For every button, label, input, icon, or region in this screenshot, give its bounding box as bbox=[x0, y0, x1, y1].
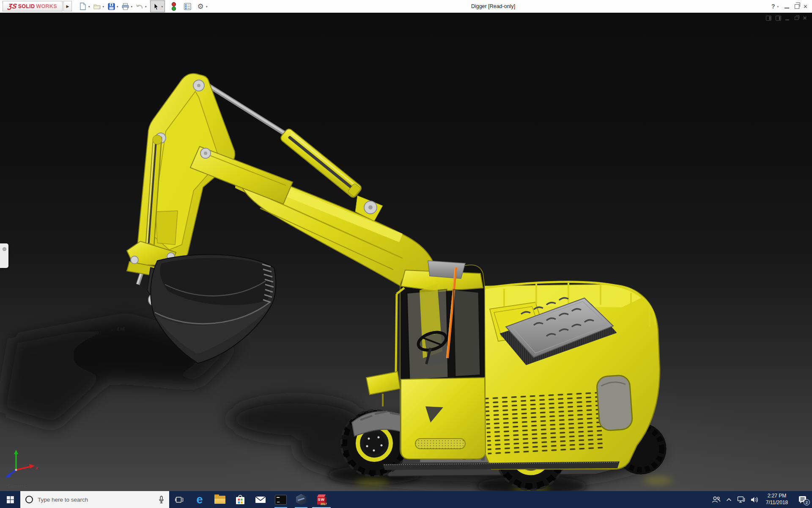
tray-time: 2:27 PM bbox=[760, 493, 793, 500]
solidworks-2017-icon: SW 2017 bbox=[316, 494, 327, 505]
titlebar: ƷS SOLIDWORKS ▶ ▾ ▾ bbox=[0, 0, 812, 13]
select-dropdown-caret[interactable]: ▾ bbox=[162, 5, 163, 8]
gear-icon: ⚙ bbox=[197, 3, 203, 10]
help-button[interactable]: ? bbox=[771, 3, 775, 10]
x-axis-label: x bbox=[35, 465, 38, 470]
brand-name-light: WORKS bbox=[36, 3, 57, 9]
microphone-icon[interactable] bbox=[159, 496, 164, 504]
taskbar-app-solidworks[interactable]: SW 2017 bbox=[311, 491, 332, 508]
open-dropdown-caret[interactable]: ▾ bbox=[103, 5, 104, 8]
doc-close-button[interactable]: ✕ bbox=[803, 16, 807, 21]
brand-name-bold: SOLID bbox=[18, 3, 35, 9]
taskbar-app-edrawings[interactable] bbox=[291, 491, 311, 508]
view-orientation-label: *Dimetric bbox=[6, 483, 27, 489]
save-dropdown-caret[interactable]: ▾ bbox=[117, 5, 118, 8]
quick-access-toolbar: ▾ ▾ ▾ bbox=[78, 0, 210, 13]
cortana-icon bbox=[25, 496, 33, 503]
windows-logo-icon bbox=[7, 496, 14, 503]
close-button[interactable]: ✕ bbox=[803, 3, 808, 10]
performance-lights-button[interactable] bbox=[169, 1, 179, 11]
save-button[interactable] bbox=[106, 1, 116, 11]
taskbar-app-edge[interactable]: e bbox=[189, 491, 210, 508]
clock[interactable]: 2:27 PM 7/11/2018 bbox=[760, 493, 793, 506]
options-button[interactable]: ⚙ bbox=[195, 1, 206, 11]
notification-badge: 2 bbox=[804, 499, 810, 505]
print-icon bbox=[122, 3, 129, 10]
rear-window bbox=[596, 375, 633, 431]
feature-pane-icon[interactable] bbox=[766, 16, 771, 21]
network-icon bbox=[737, 496, 746, 503]
options-dropdown-caret[interactable]: ▾ bbox=[206, 5, 208, 8]
command-prompt-icon bbox=[275, 495, 287, 505]
document-title: Digger [Read-only] bbox=[471, 3, 515, 9]
select-tool-pressed: ▾ bbox=[150, 0, 165, 12]
orientation-triad: x bbox=[2, 449, 41, 481]
evaluate-button[interactable] bbox=[182, 1, 192, 11]
evaluate-list-icon bbox=[184, 3, 191, 10]
select-tool-button[interactable] bbox=[151, 1, 161, 11]
window-controls: ? ▾ ✕ bbox=[771, 0, 808, 13]
tray-date: 7/11/2018 bbox=[760, 500, 793, 506]
file-explorer-icon bbox=[214, 496, 225, 504]
y-axis-icon bbox=[14, 450, 18, 454]
undo-button[interactable] bbox=[134, 1, 145, 11]
side-window bbox=[453, 290, 480, 377]
start-button[interactable] bbox=[0, 491, 20, 508]
mail-icon bbox=[255, 496, 266, 504]
print-button[interactable] bbox=[121, 1, 131, 11]
undo-dropdown-caret[interactable]: ▾ bbox=[145, 5, 147, 8]
boom-head-plate[interactable] bbox=[138, 74, 293, 265]
traffic-light-icon bbox=[171, 2, 176, 11]
show-hidden-icons-button[interactable] bbox=[722, 491, 735, 508]
store-icon bbox=[235, 494, 245, 505]
undo-icon bbox=[136, 3, 143, 10]
taskbar-app-command-prompt[interactable] bbox=[271, 491, 291, 508]
chevron-up-icon bbox=[726, 498, 732, 502]
new-dropdown-caret[interactable]: ▾ bbox=[88, 5, 90, 8]
task-view-button[interactable] bbox=[169, 491, 189, 508]
new-document-icon bbox=[80, 3, 86, 10]
edrawings-icon bbox=[296, 494, 306, 505]
open-icon bbox=[93, 3, 101, 10]
doc-minimize-button[interactable] bbox=[785, 19, 789, 20]
solidworks-logo-button[interactable]: ƷS SOLIDWORKS bbox=[3, 1, 63, 11]
save-icon bbox=[108, 3, 115, 10]
solidworks-glyph-icon: ƷS bbox=[8, 3, 18, 10]
taskbar-app-file-explorer[interactable] bbox=[210, 491, 230, 508]
panel-tab-dot-icon bbox=[3, 247, 6, 251]
volume-button[interactable] bbox=[748, 491, 760, 508]
help-dropdown-caret[interactable]: ▾ bbox=[777, 5, 779, 8]
windows-taskbar: Type here to search e bbox=[0, 491, 812, 508]
network-button[interactable] bbox=[735, 491, 748, 508]
document-window-controls: ✕ bbox=[766, 16, 807, 21]
restore-button[interactable] bbox=[795, 4, 799, 9]
system-tray: 2:27 PM 7/11/2018 2 bbox=[710, 491, 812, 508]
menu-expand-button[interactable]: ▶ bbox=[63, 1, 72, 11]
x-axis-icon bbox=[29, 464, 35, 469]
print-dropdown-caret[interactable]: ▾ bbox=[131, 5, 133, 8]
graphics-viewport[interactable]: ✕ x *Dimetric bbox=[0, 13, 812, 491]
action-center-button[interactable]: 2 bbox=[793, 491, 812, 508]
people-icon bbox=[712, 496, 721, 503]
open-button[interactable] bbox=[92, 1, 102, 11]
doc-restore-button[interactable] bbox=[795, 17, 798, 20]
new-document-button[interactable] bbox=[78, 1, 88, 11]
task-view-icon bbox=[175, 496, 184, 503]
search-placeholder: Type here to search bbox=[38, 497, 154, 503]
people-button[interactable] bbox=[710, 491, 722, 508]
feature-panel-tab[interactable] bbox=[0, 243, 8, 268]
side-step bbox=[366, 372, 400, 395]
taskbar-search-box[interactable]: Type here to search bbox=[20, 491, 169, 508]
display-pane-icon[interactable] bbox=[776, 16, 781, 21]
solidworks-window: ƷS SOLIDWORKS ▶ ▾ ▾ bbox=[0, 0, 812, 508]
roof-visor bbox=[428, 261, 465, 279]
excavator-model[interactable] bbox=[0, 13, 812, 491]
select-cursor-icon bbox=[152, 3, 159, 10]
minimize-button[interactable] bbox=[785, 8, 789, 8]
speaker-icon bbox=[750, 497, 758, 503]
taskbar-app-mail[interactable] bbox=[250, 491, 271, 508]
taskbar-app-store[interactable] bbox=[230, 491, 250, 508]
edge-icon: e bbox=[196, 494, 203, 505]
